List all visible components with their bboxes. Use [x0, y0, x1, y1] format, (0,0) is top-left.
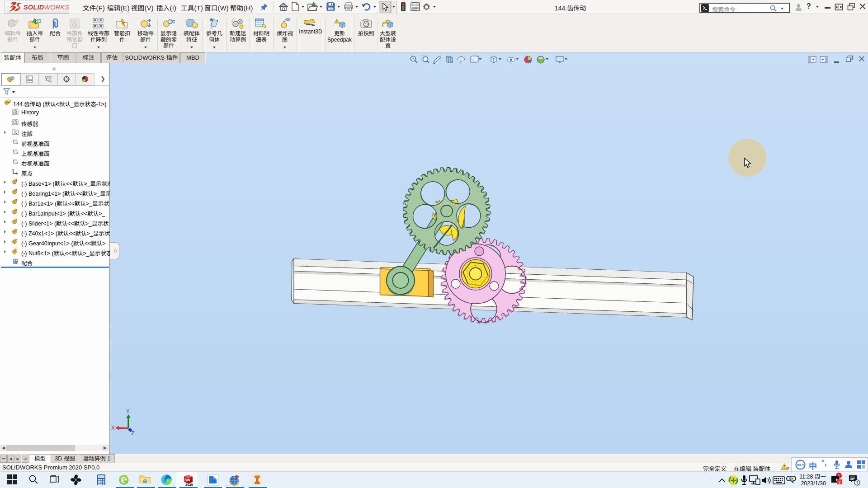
- svg-text:X: X: [111, 425, 115, 431]
- svg-text:中: 中: [789, 477, 793, 481]
- svg-text:1: 1: [856, 480, 859, 485]
- svg-text:A: A: [459, 60, 462, 64]
- svg-text:Z: Z: [131, 430, 134, 436]
- svg-text:SW: SW: [184, 478, 190, 482]
- svg-text:2: 2: [839, 480, 841, 484]
- svg-text:A: A: [14, 131, 17, 135]
- svg-text:iFLY: iFLY: [797, 463, 805, 467]
- svg-text:2020: 2020: [185, 483, 193, 487]
- svg-text:Y: Y: [126, 408, 130, 415]
- svg-text:SOLIDWORKS: SOLIDWORKS: [24, 4, 69, 11]
- svg-text:!: !: [783, 465, 785, 469]
